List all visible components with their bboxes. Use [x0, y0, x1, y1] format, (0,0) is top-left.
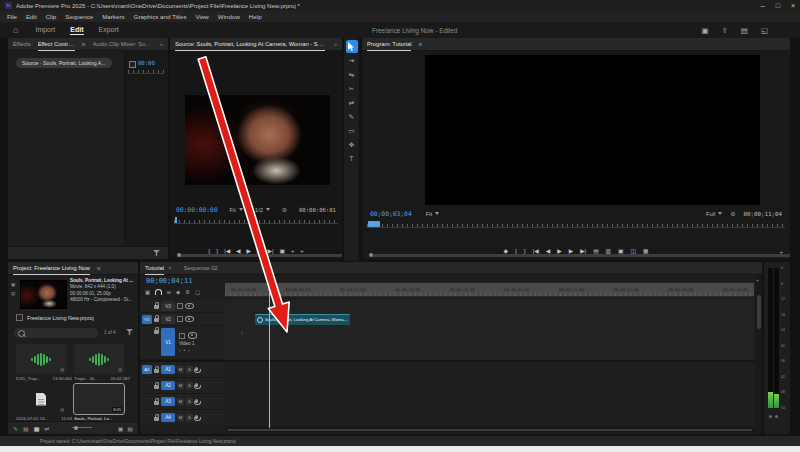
- track-output-eye-icon[interactable]: [185, 316, 194, 323]
- meter-solo-dot[interactable]: [775, 415, 778, 418]
- track-select-tool[interactable]: ⇥: [346, 54, 358, 67]
- tab-program[interactable]: Program: Tutorial: [367, 38, 411, 51]
- track-lane-v2[interactable]: Souls, Portrait, Looking At Camera, Woma…: [225, 313, 754, 327]
- source-patch-video[interactable]: V1: [142, 315, 152, 324]
- add-keyframe-icon[interactable]: •: [184, 348, 186, 353]
- panel-menu-icon[interactable]: ≡: [97, 265, 101, 272]
- track-lane-a4[interactable]: [225, 410, 754, 427]
- track-target-a1[interactable]: A1: [161, 365, 175, 374]
- project-item-file[interactable]: ▤: [16, 384, 66, 414]
- mute-button[interactable]: M: [177, 414, 184, 421]
- tab-effect-controls[interactable]: Effect Controls: [38, 38, 75, 51]
- panel-menu-icon[interactable]: ≡: [418, 41, 422, 48]
- tab-project[interactable]: Project: Freelance Living Now: [13, 262, 90, 275]
- filter-icon[interactable]: [153, 250, 160, 256]
- multi-camera-button[interactable]: ▦: [643, 248, 648, 254]
- progress-dashboard-icon[interactable]: ▤: [741, 26, 748, 35]
- program-resolution-select[interactable]: Full: [706, 211, 722, 217]
- mute-button[interactable]: M: [177, 366, 184, 373]
- solo-button[interactable]: S: [186, 414, 193, 421]
- nest-toggle-icon[interactable]: ▣: [145, 289, 150, 295]
- hand-tool[interactable]: ✥: [346, 138, 358, 151]
- timeline-v-scrollbar[interactable]: +: [755, 275, 762, 434]
- lock-icon[interactable]: [154, 318, 159, 322]
- program-mini-ruler[interactable]: [367, 224, 785, 228]
- source-patch-audio[interactable]: A1: [142, 365, 152, 374]
- selection-tool[interactable]: [346, 40, 358, 53]
- tab-edit[interactable]: Edit: [70, 26, 83, 35]
- menu-clip[interactable]: Clip: [46, 13, 57, 20]
- export-frame-button[interactable]: ▣: [279, 248, 284, 254]
- play-button[interactable]: ▶: [557, 248, 561, 254]
- timeline-h-scrollbar[interactable]: [225, 428, 754, 432]
- voiceover-mic-icon[interactable]: [195, 399, 198, 403]
- linked-selection-icon[interactable]: ∞: [167, 289, 171, 295]
- lock-icon[interactable]: [154, 369, 159, 373]
- tab-import[interactable]: Import: [35, 26, 55, 35]
- new-item-button[interactable]: ▤: [127, 425, 133, 432]
- home-icon[interactable]: ⌂: [13, 25, 18, 35]
- menu-sequence[interactable]: Sequence: [65, 13, 93, 20]
- playhead-handle[interactable]: [268, 283, 271, 290]
- meter-mute-dot[interactable]: [769, 415, 772, 418]
- export-frame-button[interactable]: ▣: [618, 248, 623, 254]
- track-lane-a3[interactable]: [225, 394, 754, 411]
- track-output-eye-icon[interactable]: [188, 332, 197, 339]
- filter-bin-icon[interactable]: [126, 329, 133, 335]
- lock-icon[interactable]: [154, 305, 159, 309]
- track-target-a3[interactable]: A3: [161, 397, 175, 406]
- zoom-in-icon[interactable]: +: [756, 277, 759, 283]
- overwrite-button[interactable]: +: [300, 248, 303, 254]
- sort-icons-button[interactable]: ⇄: [44, 425, 49, 432]
- clip-selector-button[interactable]: Source · Souls, Portrait, Looking A...: [16, 58, 112, 68]
- ripple-edit-tool[interactable]: ⇆: [346, 68, 358, 81]
- source-playhead[interactable]: [175, 217, 177, 223]
- minimize-button[interactable]: –: [761, 2, 765, 9]
- menu-edit[interactable]: Edit: [26, 13, 37, 20]
- source-video-frame[interactable]: [185, 95, 330, 185]
- step-back-button[interactable]: ◀: [546, 248, 550, 254]
- playhead-line[interactable]: [269, 290, 270, 430]
- button-editor-plus[interactable]: +: [779, 249, 783, 255]
- step-forward-button[interactable]: ▶: [257, 248, 261, 254]
- automate-sequence-button[interactable]: ▣: [118, 425, 124, 432]
- sync-lock-icon[interactable]: [177, 303, 183, 309]
- menu-help[interactable]: Help: [249, 13, 262, 20]
- add-marker-button[interactable]: ◆: [503, 248, 507, 254]
- menu-view[interactable]: View: [196, 13, 209, 20]
- mark-in-button[interactable]: {: [208, 248, 210, 254]
- voiceover-mic-icon[interactable]: [195, 415, 198, 419]
- tab-overflow-icon[interactable]: »: [160, 41, 163, 47]
- source-settings-icon[interactable]: ⚙: [282, 206, 287, 213]
- go-to-in-button[interactable]: |◀: [224, 248, 230, 254]
- tab-audio-clip-mixer[interactable]: Audio Clip Mixer: Souls, Portrait, Look: [93, 41, 153, 47]
- lift-button[interactable]: ▤: [593, 248, 598, 254]
- timeline-display-icon[interactable]: ▢: [195, 289, 200, 295]
- project-item-video-selected[interactable]: 8:05: [74, 384, 124, 414]
- step-forward-button[interactable]: ▶: [569, 248, 573, 254]
- lock-icon[interactable]: [154, 417, 159, 421]
- timeline-view-checkbox[interactable]: [129, 61, 136, 68]
- program-zoom-select[interactable]: Fit: [426, 211, 439, 217]
- mute-button[interactable]: M: [177, 398, 184, 405]
- zoom-slider-knob[interactable]: [74, 426, 78, 430]
- mark-in-button[interactable]: {: [515, 248, 517, 254]
- source-mini-ruler[interactable]: [174, 220, 338, 224]
- project-item-audio-1[interactable]: ▤: [16, 344, 66, 374]
- bin-row[interactable]: Freelance Living New.prproj: [16, 314, 94, 321]
- prev-keyframe-icon[interactable]: ‹: [179, 348, 181, 353]
- track-target-v1[interactable]: V1: [161, 328, 175, 356]
- pen-tool[interactable]: ✎: [346, 110, 358, 123]
- lock-icon[interactable]: [154, 401, 159, 405]
- list-view-button[interactable]: ▤: [23, 425, 29, 432]
- source-zoom-scrollbar[interactable]: [178, 254, 342, 257]
- fullscreen-icon[interactable]: ◱: [761, 26, 768, 35]
- solo-button[interactable]: S: [186, 398, 193, 405]
- solo-button[interactable]: S: [186, 382, 193, 389]
- type-tool[interactable]: T: [346, 152, 358, 165]
- add-marker-icon[interactable]: ◆: [176, 289, 180, 295]
- mute-button[interactable]: M: [177, 382, 184, 389]
- project-item-audio-2[interactable]: ▤: [74, 344, 124, 374]
- track-target-a4[interactable]: A4: [161, 413, 175, 422]
- lock-icon[interactable]: [154, 330, 159, 334]
